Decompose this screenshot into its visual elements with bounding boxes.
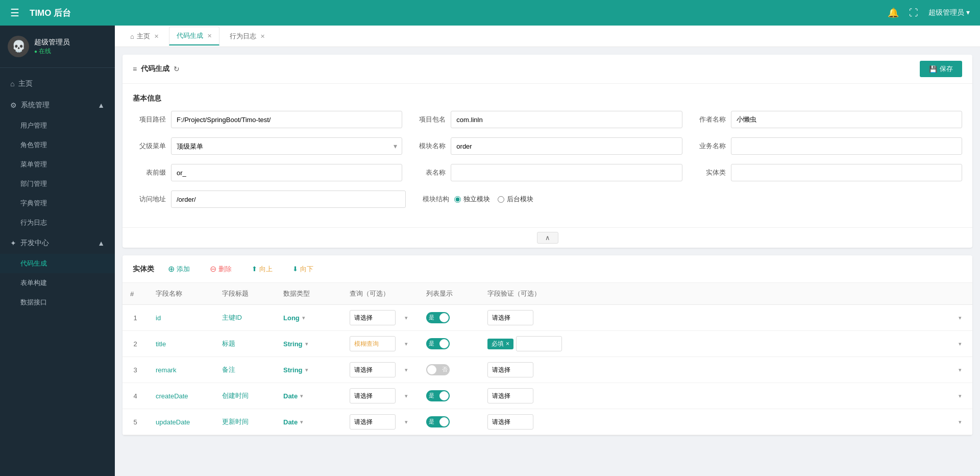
row-list-display: 是 <box>419 331 480 357</box>
save-icon: 💾 <box>929 65 937 73</box>
row-list-display: 是 <box>419 409 480 435</box>
tab-behaviorlog[interactable]: 行为日志 ✕ <box>222 27 273 45</box>
add-field-button[interactable]: ⊕ 添加 <box>162 261 196 276</box>
sidebar-item-menu-mgmt[interactable]: 菜单管理 <box>0 155 115 174</box>
validation-select-1[interactable]: 请选择 必填 手机号 邮箱 <box>487 310 533 325</box>
row-num: 4 <box>122 383 148 409</box>
row-num: 3 <box>122 357 148 383</box>
sidebar-item-behavior-log[interactable]: 行为日志 <box>0 213 115 232</box>
project-package-label: 项目包名 <box>412 115 446 124</box>
row-field-title: 标题 <box>214 331 276 357</box>
entity-class-input[interactable] <box>731 164 962 181</box>
entity-toolbar: 实体类 ⊕ 添加 ⊖ 删除 ⬆ 向上 ⬇ 向下 <box>122 255 972 283</box>
validation-select-5[interactable]: 请选择 必填 手机号 邮箱 <box>487 414 533 430</box>
module-name-input[interactable] <box>451 137 682 155</box>
row-data-type: String ▾ <box>276 331 342 357</box>
refresh-icon[interactable]: ↻ <box>174 65 180 73</box>
collapse-area: ∧ <box>122 227 972 248</box>
type-dropdown-arrow[interactable]: ▾ <box>305 341 308 347</box>
access-url-input[interactable] <box>171 191 406 208</box>
tab-home[interactable]: ⌂ 主页 ✕ <box>122 27 166 45</box>
row-field-name: createDate <box>148 383 214 409</box>
author-name-label: 作者名称 <box>693 115 726 124</box>
query-select-1[interactable]: 请选择 模糊查询 精确查询 <box>350 310 396 325</box>
tab-codegen-label: 代码生成 <box>177 31 203 40</box>
menu-toggle-icon[interactable]: ☰ <box>10 7 19 19</box>
table-row: 1 id 主键ID Long ▾ <box>122 305 972 331</box>
query-select-3[interactable]: 请选择 模糊查询 精确查询 <box>350 362 396 377</box>
bell-icon[interactable]: 🔔 <box>888 7 899 18</box>
validation-select-3[interactable]: 请选择 必填 手机号 邮箱 <box>487 362 533 377</box>
query-select-2[interactable]: 请选择 模糊查询 精确查询 <box>350 336 396 351</box>
row-field-name: title <box>148 331 214 357</box>
module-structure-group: 模块结构 独立模块 后台模块 <box>416 195 962 204</box>
tabs-bar: ⌂ 主页 ✕ 代码生成 ✕ 行为日志 ✕ <box>115 26 980 47</box>
radio-backend[interactable]: 后台模块 <box>498 195 533 204</box>
row-num: 2 <box>122 331 148 357</box>
sidebar-user-info: 💀 超级管理员 在线 <box>0 26 115 68</box>
tab-close-behaviorlog[interactable]: ✕ <box>260 33 265 40</box>
page-title: 代码生成 <box>141 64 169 74</box>
sidebar-item-data-api[interactable]: 数据接口 <box>0 293 115 312</box>
user-menu[interactable]: 超级管理员 ▾ <box>928 8 970 17</box>
row-query: 请选择 模糊查询 精确查询 <box>342 305 419 331</box>
toggle-list-3[interactable]: 否 <box>426 364 450 375</box>
sidebar-item-dict-mgmt[interactable]: 字典管理 <box>0 194 115 213</box>
table-prefix-input[interactable] <box>171 164 402 181</box>
sidebar-item-user-mgmt[interactable]: 用户管理 <box>0 116 115 135</box>
sidebar-item-system[interactable]: ⚙ 系统管理 ▲ <box>0 94 115 116</box>
project-path-input[interactable] <box>171 111 402 128</box>
validation-select-2[interactable]: 必填 手机号 邮箱 <box>516 336 562 351</box>
tab-close-home[interactable]: ✕ <box>154 33 159 40</box>
type-dropdown-arrow[interactable]: ▾ <box>302 315 305 321</box>
tab-close-codegen[interactable]: ✕ <box>207 33 212 39</box>
sidebar-item-dept-mgmt[interactable]: 部门管理 <box>0 174 115 194</box>
sidebar-item-form-builder[interactable]: 表单构建 <box>0 273 115 293</box>
tab-codegen[interactable]: 代码生成 ✕ <box>169 27 219 45</box>
type-dropdown-arrow[interactable]: ▾ <box>300 419 303 425</box>
collapse-button[interactable]: ∧ <box>537 232 558 244</box>
user-name: 超级管理员 <box>34 38 70 47</box>
row-data-type: Date ▾ <box>276 409 342 435</box>
expand-icon[interactable]: ⛶ <box>909 8 918 18</box>
system-expand-arrow: ▲ <box>97 101 105 109</box>
sidebar-item-devcenter[interactable]: ✦ 开发中心 ▲ <box>0 232 115 254</box>
row-query: 请选择 模糊查询 精确查询 <box>342 409 419 435</box>
save-button[interactable]: 💾 保存 <box>920 61 962 77</box>
move-up-button[interactable]: ⬆ 向上 <box>246 262 279 276</box>
row-field-title: 主键ID <box>214 305 276 331</box>
author-name-input[interactable] <box>731 111 962 128</box>
parent-menu-label: 父级菜单 <box>133 141 166 151</box>
toggle-list-5[interactable]: 是 <box>426 416 450 427</box>
type-dropdown-arrow[interactable]: ▾ <box>300 393 303 399</box>
query-select-4[interactable]: 请选择 模糊查询 精确查询 <box>350 388 396 403</box>
table-name-input[interactable] <box>451 164 682 181</box>
validation-select-4[interactable]: 请选择 必填 手机号 邮箱 <box>487 388 533 403</box>
delete-field-button[interactable]: ⊖ 删除 <box>204 261 238 276</box>
project-package-input[interactable] <box>451 111 682 128</box>
sidebar-item-role-mgmt[interactable]: 角色管理 <box>0 135 115 155</box>
toggle-list-1[interactable]: 是 <box>426 312 450 323</box>
row-field-name: id <box>148 305 214 331</box>
toggle-list-2[interactable]: 是 <box>426 338 450 349</box>
sidebar-item-codegen[interactable]: 代码生成 <box>0 254 115 273</box>
table-row: 3 remark 备注 String ▾ <box>122 357 972 383</box>
th-field-title: 字段标题 <box>214 283 276 305</box>
query-select-5[interactable]: 请选择 模糊查询 精确查询 <box>350 414 396 430</box>
toggle-list-4[interactable]: 是 <box>426 390 450 401</box>
table-header-row: # 字段名称 字段标题 数据类型 查询（可选） 列表显示 字段验证（可选） <box>122 283 972 305</box>
delete-icon: ⊖ <box>210 264 216 274</box>
sidebar-item-home[interactable]: ⌂ 主页 <box>0 73 115 94</box>
project-path-group: 项目路径 <box>133 111 402 128</box>
move-down-button[interactable]: ⬇ 向下 <box>286 262 320 276</box>
add-icon: ⊕ <box>168 264 175 274</box>
business-name-input[interactable] <box>731 137 962 155</box>
card-header: ≡ 代码生成 ↻ 💾 保存 <box>122 55 972 84</box>
validation-tag-close[interactable]: × <box>506 340 509 347</box>
module-structure-radios: 独立模块 后台模块 <box>454 195 533 204</box>
parent-menu-select[interactable]: 顶级菜单 <box>171 137 402 155</box>
th-data-type: 数据类型 <box>276 283 342 305</box>
basic-info-label: 基本信息 <box>133 94 962 103</box>
radio-standalone[interactable]: 独立模块 <box>454 195 490 204</box>
type-dropdown-arrow[interactable]: ▾ <box>305 367 308 373</box>
